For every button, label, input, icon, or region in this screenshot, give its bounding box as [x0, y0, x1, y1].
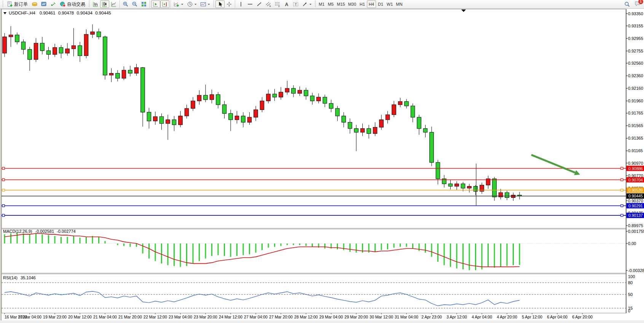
- svg-text:USDCHF-,H4 0.90461: USDCHF-,H4 0.90461 0.90478 0.90434 0.904…: [9, 11, 111, 15]
- rsi-axis-label: 100: [628, 274, 635, 279]
- candle: [473, 186, 478, 191]
- line-handle[interactable]: [2, 167, 5, 170]
- time-axis-label: 31 Mar 04:00: [395, 315, 418, 319]
- time-axis-label: 3 Apr 12:00: [446, 315, 467, 319]
- candle: [247, 117, 252, 122]
- candle: [405, 102, 409, 106]
- price-line-badge-label: 0.90539: [628, 188, 643, 193]
- candle: [273, 94, 277, 97]
- time-axis-label: 27 Mar 04:00: [244, 315, 268, 319]
- candle: [21, 42, 26, 49]
- candle: [436, 162, 440, 179]
- line-handle[interactable]: [2, 179, 5, 181]
- line-handle[interactable]: [621, 167, 623, 170]
- candle: [109, 73, 113, 75]
- chart-area[interactable]: 0.933500.931550.929550.927550.925600.923…: [0, 0, 644, 323]
- candle: [185, 108, 189, 116]
- candle: [417, 117, 421, 129]
- candle: [323, 97, 327, 103]
- candle: [360, 129, 365, 132]
- candle: [298, 90, 302, 93]
- candle: [235, 116, 239, 120]
- line-handle[interactable]: [2, 214, 5, 216]
- candle: [222, 105, 226, 113]
- candle: [34, 43, 38, 59]
- line-handle[interactable]: [621, 205, 623, 207]
- line-handle[interactable]: [2, 205, 5, 207]
- candle: [46, 51, 51, 54]
- price-tick-label: 0.90970: [628, 161, 643, 165]
- candle: [467, 186, 472, 188]
- candle: [455, 184, 459, 186]
- candle: [210, 95, 214, 100]
- macd-axis-label: 0.001755: [628, 229, 644, 234]
- symbol-period-label: USDCHF-,H4: [9, 11, 35, 15]
- candle: [153, 116, 158, 121]
- price-tick-label: 0.93350: [628, 11, 643, 16]
- time-axis-label: 30 Mar 12:00: [370, 315, 393, 319]
- time-axis-label: 17 Mar 04:00: [18, 315, 41, 319]
- time-axis-label: 21 Mar 20:00: [118, 315, 142, 319]
- candle: [398, 102, 402, 105]
- candle: [141, 68, 145, 112]
- rsi-axis-label: 50: [628, 292, 633, 297]
- candle: [386, 115, 390, 120]
- time-axis-label: 21 Mar 04:00: [93, 315, 117, 319]
- candle: [285, 88, 289, 92]
- time-axis-label: 6 Apr 20:00: [572, 315, 593, 319]
- candle: [423, 129, 427, 132]
- candle: [260, 101, 264, 110]
- rsi-axis-label: 0: [628, 309, 630, 313]
- rsi-panel[interactable]: [2, 274, 626, 313]
- candle: [40, 43, 45, 51]
- time-axis-label: 27 Mar 20:00: [269, 315, 293, 319]
- candle: [317, 97, 321, 101]
- ohlc-low: 0.90434: [77, 11, 92, 15]
- candle: [128, 70, 132, 73]
- candle: [241, 116, 245, 123]
- candle: [292, 88, 296, 93]
- candle: [493, 179, 497, 197]
- time-axis-label: 22 Mar 12:00: [143, 315, 167, 319]
- line-handle[interactable]: [621, 214, 623, 216]
- time-axis-label: 5 Apr 12:00: [522, 315, 542, 319]
- candle: [97, 32, 101, 37]
- mt4-window: 新订单 自动交易: [0, 0, 644, 323]
- price-tick-label: 0.92955: [628, 36, 643, 41]
- time-axis-label: 23 Mar 04:00: [169, 315, 192, 319]
- price-tick-label: 0.91365: [628, 136, 643, 140]
- time-axis-label: 4 Apr 04:00: [472, 315, 492, 319]
- line-handle[interactable]: [2, 189, 5, 191]
- candle: [134, 68, 139, 73]
- candle: [78, 46, 82, 56]
- candle: [147, 112, 151, 121]
- macd-panel[interactable]: [2, 229, 626, 273]
- price-tick-label: 0.92360: [628, 73, 643, 78]
- time-axis-label: 20 Mar 12:00: [68, 315, 92, 319]
- candle: [430, 132, 434, 162]
- price-tick-label: 0.92160: [628, 86, 643, 91]
- time-axis-label: 2 Apr 23:00: [421, 315, 442, 319]
- price-tick-label: 0.90370: [628, 199, 643, 203]
- price-line-badge-label: 0.90291: [628, 204, 643, 208]
- candle: [499, 193, 503, 197]
- price-tick-label: 0.92560: [628, 61, 643, 65]
- candle: [191, 101, 195, 108]
- candle: [15, 35, 19, 42]
- candle: [204, 95, 208, 100]
- time-axis-label: 29 Mar 04:00: [319, 315, 343, 319]
- candle: [310, 96, 314, 101]
- candle: [72, 46, 76, 49]
- price-line-badge-label: 0.90886: [628, 166, 643, 171]
- price-line-badge-label: 0.90445: [628, 194, 643, 198]
- time-axis-label: 24 Mar 12:00: [219, 315, 242, 319]
- line-handle[interactable]: [621, 179, 623, 181]
- price-tick-label: 0.91165: [628, 148, 643, 153]
- time-axis-label: 19 Mar 23:00: [43, 315, 67, 319]
- macd-axis-label: -0.003284: [628, 268, 644, 273]
- line-handle[interactable]: [621, 189, 623, 191]
- main-price-panel[interactable]: [2, 9, 626, 228]
- candle: [229, 113, 233, 120]
- candle: [505, 193, 509, 197]
- candle: [116, 73, 120, 78]
